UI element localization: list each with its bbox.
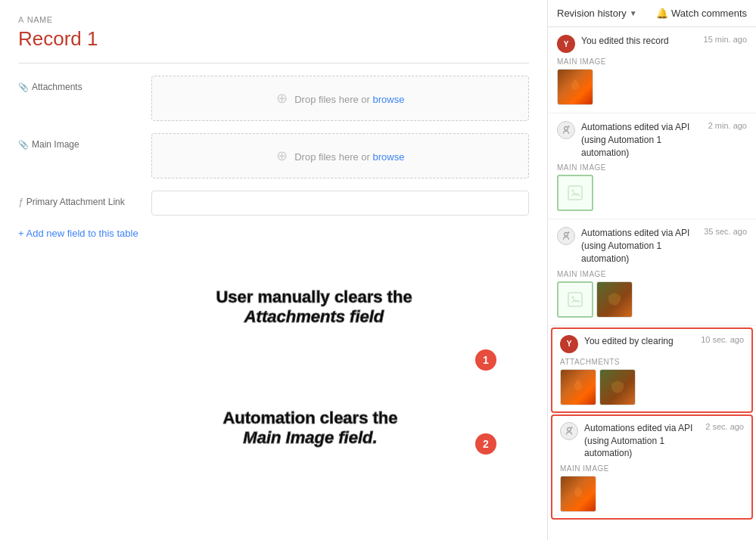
thumb-row [557, 69, 747, 105]
list-item: Automations edited via API (using Automa… [548, 219, 756, 325]
add-field-button[interactable]: + Add new field to this table [18, 228, 529, 239]
svg-point-5 [565, 233, 568, 237]
thumbnail [599, 369, 636, 405]
watch-comments-button[interactable]: 🔔 Watch comments [656, 8, 747, 19]
upload-icon-1: ⊕ [276, 91, 288, 106]
bell-icon: 🔔 [656, 8, 668, 19]
attachments-field-row: 📎 Attachments ⊕ Drop files here or brows… [18, 76, 529, 121]
field-label-tag: ATTACHMENTS [560, 358, 744, 366]
thumb-row [560, 369, 744, 405]
entry-text: You edited this record [581, 35, 698, 48]
primary-attachment-input[interactable] [151, 191, 529, 216]
attachments-drop-zone[interactable]: ⊕ Drop files here or browse [151, 76, 529, 121]
thumb-row [557, 175, 747, 211]
thumbnail [557, 69, 593, 105]
annotation-1-line2: Attachments field [144, 307, 484, 327]
list-item: Automations edited via API (using Automa… [551, 414, 753, 520]
main-image-drop-zone[interactable]: ⊕ Drop files here or browse [151, 133, 529, 178]
entry-time: 10 sec. ago [701, 335, 744, 344]
attachments-label: 📎 Attachments [18, 76, 139, 92]
entry-text: You edited by clearing [584, 335, 695, 348]
list-item [548, 521, 756, 536]
annotation-2: Automation clears the Main Image field. [136, 408, 484, 448]
divider [18, 63, 529, 64]
thumbnail [557, 281, 593, 318]
browse-link-1[interactable]: browse [373, 94, 405, 105]
avatar: Y [557, 35, 575, 53]
main-image-icon: 📎 [18, 140, 29, 150]
avatar: Y [560, 335, 578, 353]
svg-rect-3 [568, 186, 582, 200]
annotation-2-line1: Automation clears the [136, 408, 484, 428]
chevron-down-icon: ▼ [630, 9, 637, 17]
svg-point-4 [572, 190, 574, 192]
thumbnail [596, 281, 633, 318]
field-label-tag: MAIN IMAGE [557, 57, 747, 66]
annotation-1: User manually clears the Attachments fie… [144, 287, 484, 327]
thumb-row [560, 476, 744, 512]
entry-time: 15 min. ago [704, 35, 747, 44]
record-title: Record 1 [18, 27, 529, 51]
left-panel: A Name Record 1 📎 Attachments ⊕ Drop fil… [0, 0, 548, 540]
list-item: YYou edited by clearing10 sec. agoATTACH… [551, 327, 753, 413]
browse-link-2[interactable]: browse [373, 151, 405, 163]
revision-list: YYou edited this record15 min. agoMAIN I… [548, 27, 756, 540]
name-icon: A [18, 15, 24, 24]
badge-1: 1 [475, 349, 496, 371]
thumbnail [560, 369, 596, 405]
entry-header: Automations edited via API (using Automa… [557, 121, 747, 159]
entry-header: Automations edited via API (using Automa… [560, 422, 744, 460]
upload-icon-2: ⊕ [276, 148, 288, 163]
entry-header: YYou edited this record15 min. ago [557, 35, 747, 53]
entry-info: You edited by clearing [584, 335, 695, 348]
entry-info: Automations edited via API (using Automa… [581, 227, 698, 265]
svg-point-0 [565, 126, 568, 130]
entry-info: Automations edited via API (using Automa… [581, 121, 702, 159]
svg-point-9 [572, 296, 574, 298]
revision-history-button[interactable]: Revision history ▼ [557, 8, 637, 19]
entry-time: 2 min. ago [708, 121, 747, 130]
name-field-label: A Name [18, 15, 529, 24]
entry-time: 2 sec. ago [705, 422, 744, 431]
entry-text: Automations edited via API (using Automa… [584, 422, 699, 460]
field-label-tag: MAIN IMAGE [560, 464, 744, 473]
field-label-tag: MAIN IMAGE [557, 163, 747, 172]
main-image-label: 📎 Main Image [18, 133, 139, 150]
avatar [557, 121, 575, 139]
main-image-field-row: 📎 Main Image ⊕ Drop files here or browse [18, 133, 529, 178]
primary-icon: ƒ [18, 197, 23, 207]
badge-2: 2 [475, 433, 496, 455]
annotation-1-line1: User manually clears the [144, 287, 484, 307]
entry-header: YYou edited by clearing10 sec. ago [560, 335, 744, 353]
right-panel: Revision history ▼ 🔔 Watch comments YYou… [548, 0, 756, 540]
right-header: Revision history ▼ 🔔 Watch comments [548, 0, 756, 27]
entry-time: 35 sec. ago [704, 227, 747, 236]
entry-info: You edited this record [581, 35, 698, 48]
primary-attachment-label: ƒ Primary Attachment Link [18, 191, 139, 207]
entry-text: Automations edited via API (using Automa… [581, 227, 698, 265]
entry-info: Automations edited via API (using Automa… [584, 422, 699, 460]
thumbnail [560, 476, 596, 512]
annotation-2-line2: Main Image field. [136, 428, 484, 448]
list-item: YYou edited this record15 min. agoMAIN I… [548, 27, 756, 113]
list-item: Automations edited via API (using Automa… [548, 113, 756, 219]
thumb-row [557, 281, 747, 318]
svg-point-10 [568, 427, 571, 431]
avatar [560, 422, 578, 440]
avatar [557, 227, 575, 245]
entry-text: Automations edited via API (using Automa… [581, 121, 702, 159]
entry-header: Automations edited via API (using Automa… [557, 227, 747, 265]
primary-attachment-field-row: ƒ Primary Attachment Link [18, 191, 529, 216]
svg-rect-8 [568, 293, 582, 306]
thumbnail [557, 175, 593, 211]
field-label-tag: MAIN IMAGE [557, 270, 747, 278]
attachments-icon: 📎 [18, 82, 29, 92]
